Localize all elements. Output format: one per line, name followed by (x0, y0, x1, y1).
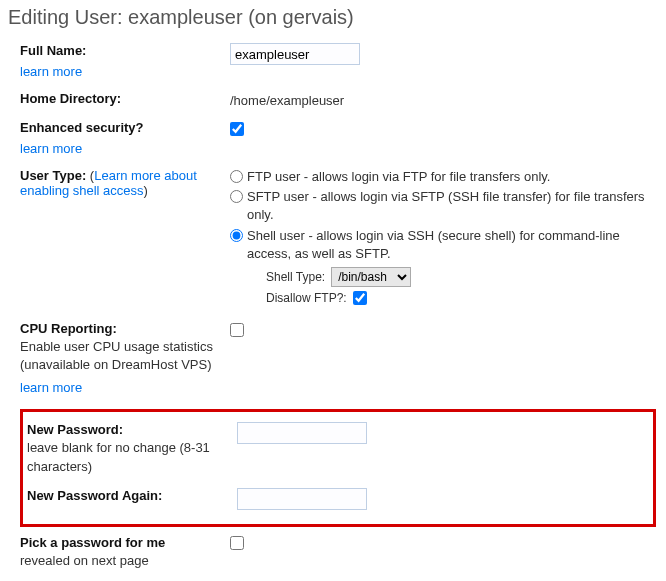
pick-password-label: Pick a password for me (20, 535, 165, 550)
user-type-sftp-text: SFTP user - allows login via SFTP (SSH f… (247, 188, 656, 224)
new-password-sub: leave blank for no change (8-31 characte… (27, 439, 229, 475)
cpu-label: CPU Reporting: (20, 321, 117, 336)
full-name-learn-more-link[interactable]: learn more (20, 64, 82, 79)
enhanced-learn-more-link[interactable]: learn more (20, 141, 82, 156)
full-name-input[interactable] (230, 43, 360, 65)
row-user-type: User Type: (Learn more about enabling sh… (20, 164, 656, 313)
edit-user-form: Full Name: learn more Home Directory: /h… (0, 39, 666, 581)
user-type-sftp-radio[interactable] (230, 190, 243, 203)
shell-type-select[interactable]: /bin/bash (331, 267, 411, 287)
row-pick-password: Pick a password for me revealed on next … (20, 531, 656, 578)
cpu-checkbox[interactable] (230, 323, 244, 337)
row-enhanced-security: Enhanced security? learn more (20, 116, 656, 164)
disallow-ftp-row: Disallow FTP?: (230, 291, 656, 305)
user-type-label: User Type: (20, 168, 86, 183)
shell-type-row: Shell Type: /bin/bash (230, 267, 656, 287)
enhanced-checkbox[interactable] (230, 122, 244, 136)
home-dir-value: /home/exampleuser (230, 93, 344, 108)
user-type-shell-option: Shell user - allows login via SSH (secur… (230, 227, 656, 263)
row-new-password-again: New Password Again: (27, 484, 649, 518)
password-highlight-box: New Password: leave blank for no change … (20, 409, 656, 526)
user-type-ftp-radio[interactable] (230, 170, 243, 183)
disallow-ftp-checkbox[interactable] (353, 291, 367, 305)
new-password-again-input[interactable] (237, 488, 367, 510)
title-server: (on gervais) (248, 6, 354, 28)
row-full-name: Full Name: learn more (20, 39, 656, 87)
user-type-ftp-option: FTP user - allows login via FTP for file… (230, 168, 656, 186)
user-type-shell-text: Shell user - allows login via SSH (secur… (247, 227, 656, 263)
user-type-shell-radio[interactable] (230, 229, 243, 242)
enhanced-label: Enhanced security? (20, 120, 144, 135)
page-title: Editing User: exampleuser (on gervais) (0, 0, 666, 39)
pick-password-checkbox[interactable] (230, 536, 244, 550)
shell-type-label: Shell Type: (266, 270, 325, 284)
new-password-again-label: New Password Again: (27, 488, 162, 503)
cpu-learn-more-link[interactable]: learn more (20, 380, 82, 395)
title-prefix: Editing User: (8, 6, 123, 28)
row-home-dir: Home Directory: /home/exampleuser (20, 87, 656, 116)
new-password-input[interactable] (237, 422, 367, 444)
user-type-ftp-text: FTP user - allows login via FTP for file… (247, 168, 550, 186)
home-dir-label: Home Directory: (20, 91, 121, 106)
cpu-sub: Enable user CPU usage statistics (unavai… (20, 338, 222, 374)
title-username: exampleuser (128, 6, 243, 28)
row-new-password: New Password: leave blank for no change … (27, 418, 649, 483)
full-name-label: Full Name: (20, 43, 86, 58)
pick-password-sub: revealed on next page (20, 552, 222, 570)
row-cpu-reporting: CPU Reporting: Enable user CPU usage sta… (20, 313, 656, 403)
new-password-label: New Password: (27, 422, 123, 437)
disallow-ftp-label: Disallow FTP?: (266, 291, 347, 305)
user-type-sftp-option: SFTP user - allows login via SFTP (SSH f… (230, 188, 656, 224)
